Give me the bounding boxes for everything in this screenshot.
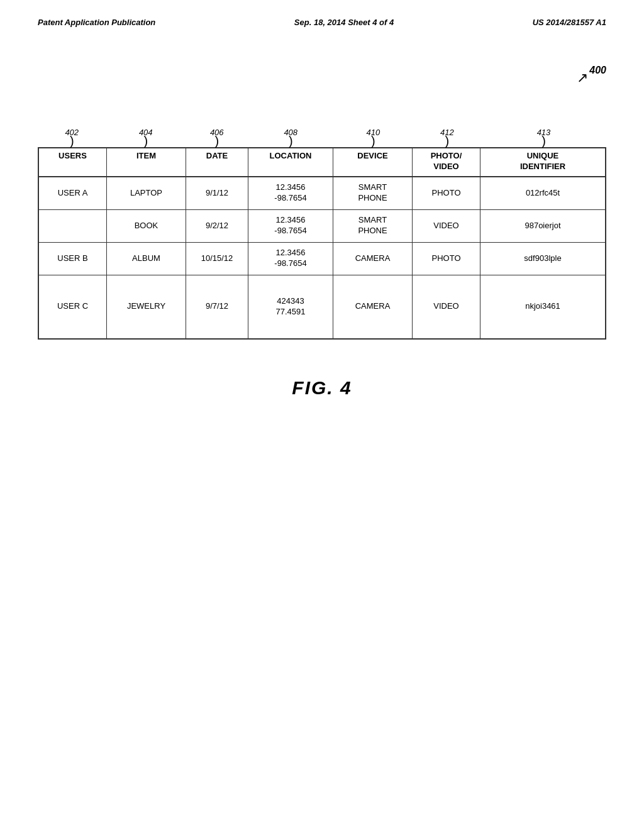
ref-404-paren: ) (106, 137, 186, 145)
cell-date-3: 10/15/12 (186, 243, 248, 275)
cell-item-album: ALBUM (107, 243, 186, 275)
ref-410-paren: ) (333, 137, 413, 145)
ref-406-paren: ) (186, 137, 248, 145)
cell-user-b: USER B (39, 243, 107, 275)
cell-date-2: 9/2/12 (186, 210, 248, 242)
col-header-device: DEVICE (333, 148, 413, 176)
cell-user-a: USER A (39, 177, 107, 209)
table-row: USER A LAPTOP 9/1/12 12.3456-98.7654 SMA… (39, 177, 605, 210)
cell-location-1: 12.3456-98.7654 (248, 177, 333, 209)
table-row: USER B ALBUM 10/15/12 12.3456-98.7654 CA… (39, 243, 605, 275)
cell-uid-2: 987oierjot (480, 210, 605, 242)
cell-photo-1: PHOTO (413, 177, 480, 209)
ref-408-paren: ) (248, 137, 333, 145)
cell-uid-1: 012rfc45t (480, 177, 605, 209)
fig-number: 400 (589, 65, 606, 76)
col-header-item: ITEM (107, 148, 186, 176)
cell-device-1: SMARTPHONE (333, 177, 413, 209)
col-header-users: USERS (39, 148, 107, 176)
ref-402-paren: ) (38, 137, 106, 145)
table-body: USER A LAPTOP 9/1/12 12.3456-98.7654 SMA… (39, 177, 605, 338)
header-left: Patent Application Publication (38, 18, 155, 27)
cell-location-2: 12.3456-98.7654 (248, 210, 333, 242)
col-header-location: LOCATION (248, 148, 333, 176)
cell-item-jewelry: JEWELRY (107, 275, 186, 338)
cell-location-3: 12.3456-98.7654 (248, 243, 333, 275)
cell-photo-2: VIDEO (413, 210, 480, 242)
cell-user-c: USER C (39, 275, 107, 338)
cell-photo-3: PHOTO (413, 243, 480, 275)
cell-date-1: 9/1/12 (186, 177, 248, 209)
data-table: USERS ITEM DATE LOCATION DEVICE PHOTO/VI… (38, 147, 606, 340)
ref-413-paren: ) (481, 137, 606, 145)
cell-device-2: SMARTPHONE (333, 210, 413, 242)
cell-uid-4: nkjoi3461 (480, 275, 605, 338)
table-row: USER C JEWELRY 9/7/12 42434377.4591 CAME… (39, 275, 605, 338)
header-center: Sep. 18, 2014 Sheet 4 of 4 (294, 18, 394, 27)
page-header: Patent Application Publication Sep. 18, … (0, 0, 644, 27)
cell-user-empty (39, 210, 107, 242)
figure-caption: FIG. 4 (38, 377, 606, 399)
cell-device-3: CAMERA (333, 243, 413, 275)
header-right: US 2014/281557 A1 (533, 18, 606, 27)
cell-device-4: CAMERA (333, 275, 413, 338)
table-row: BOOK 9/2/12 12.3456-98.7654 SMARTPHONE V… (39, 210, 605, 243)
ref-412-paren: ) (413, 137, 481, 145)
diagram-area: ↗ 400 402 ) 404 ) 406 ) 408 ) 410 ) (38, 128, 606, 399)
cell-item-laptop: LAPTOP (107, 177, 186, 209)
fig-arrow-icon: ↗ (577, 70, 588, 86)
cell-uid-3: sdf903lple (480, 243, 605, 275)
cell-item-book: BOOK (107, 210, 186, 242)
cell-date-4: 9/7/12 (186, 275, 248, 338)
col-header-date: DATE (186, 148, 248, 176)
col-header-photo-video: PHOTO/VIDEO (413, 148, 480, 176)
cell-location-4: 42434377.4591 (248, 275, 333, 338)
cell-photo-4: VIDEO (413, 275, 480, 338)
table-header-row: USERS ITEM DATE LOCATION DEVICE PHOTO/VI… (39, 148, 605, 177)
ref-numbers-row: 402 ) 404 ) 406 ) 408 ) 410 ) 412 ) 41 (38, 128, 606, 145)
col-header-uid: UNIQUEIDENTIFIER (480, 148, 605, 176)
